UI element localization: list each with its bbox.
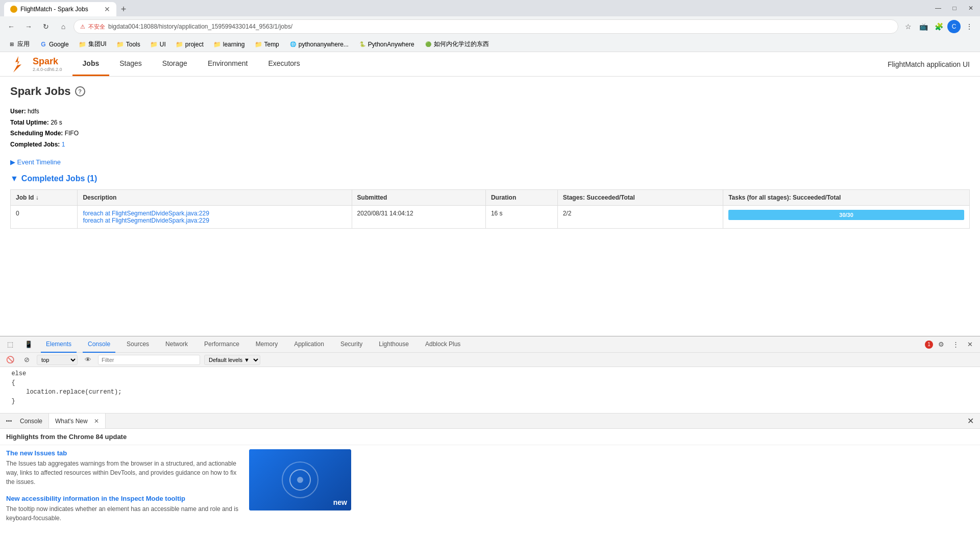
completed-value-link[interactable]: 1 — [62, 141, 65, 148]
event-timeline-link[interactable]: ▶ Event Timeline — [10, 158, 970, 166]
col-stages[interactable]: Stages: Succeeded/Total — [557, 190, 723, 206]
page-title: Spark Jobs ? — [10, 85, 970, 98]
devtools-tab-sources[interactable]: Sources — [121, 336, 154, 353]
profile-btn[interactable]: C — [947, 20, 961, 33]
forward-button[interactable]: → — [21, 19, 36, 34]
code-line-1: else — [4, 369, 976, 378]
preserve-log-btn[interactable]: ⊘ — [20, 354, 33, 366]
close-button[interactable]: ✕ — [966, 3, 976, 13]
bookmark-temp[interactable]: 📁 Temp — [251, 40, 283, 49]
devtools-tab-network[interactable]: Network — [160, 336, 193, 353]
bookmark-apps[interactable]: ⊞ 应用 — [4, 39, 34, 50]
tasks-value: 30/30 — [839, 212, 853, 218]
bookmark-google[interactable]: G Google — [36, 40, 73, 49]
devtools-tab-memory[interactable]: Memory — [251, 336, 283, 353]
col-duration[interactable]: Duration — [485, 190, 557, 206]
tab-bar: 🔸 FlightMatch - Spark Jobs ✕ + — [4, 0, 131, 16]
menu-btn[interactable]: ⋮ — [963, 20, 976, 33]
description-link-2[interactable]: foreach at FlightSegmentDivideSpark.java… — [83, 217, 346, 224]
whatsnew-card-accessibility-title[interactable]: New accessibility information in the Ins… — [6, 495, 239, 502]
tab-storage[interactable]: Storage — [152, 52, 198, 76]
browser-tab[interactable]: 🔸 FlightMatch - Spark Jobs ✕ — [4, 2, 116, 16]
tab-jobs[interactable]: Jobs — [72, 52, 110, 76]
devtools-settings-btn[interactable]: ⚙ — [935, 338, 947, 351]
description-link-1[interactable]: foreach at FlightSegmentDivideSpark.java… — [83, 210, 346, 217]
completed-section-header[interactable]: ▼ Completed Jobs (1) — [10, 174, 970, 183]
clear-console-btn[interactable]: 🚫 — [4, 354, 16, 366]
level-select[interactable]: Default levels ▼ — [204, 355, 260, 365]
context-selector[interactable]: top — [37, 355, 78, 365]
col-submitted[interactable]: Submitted — [352, 190, 485, 206]
video-thumbnail[interactable]: ▶ new — [249, 449, 351, 510]
security-warning-text: 不安全 — [88, 23, 105, 31]
tab-executors[interactable]: Executors — [258, 52, 310, 76]
whatsnew-tab-close-btn[interactable]: ✕ — [94, 418, 99, 425]
bookmark-project[interactable]: 📁 project — [172, 40, 208, 49]
panel-dots-menu[interactable] — [4, 419, 14, 423]
eye-icon[interactable]: 👁 — [82, 354, 94, 366]
refresh-button[interactable]: ↻ — [39, 19, 53, 34]
green-dot-icon: 🟢 — [425, 41, 432, 48]
bookmark-chemistry[interactable]: 🟢 如何内化学过的东西 — [421, 39, 493, 50]
cell-duration: 16 s — [485, 206, 557, 229]
devtools-more-btn[interactable]: ⋮ — [949, 338, 962, 351]
devtools-tab-adblock[interactable]: Adblock Plus — [420, 336, 465, 353]
devtools-tab-security[interactable]: Security — [335, 336, 368, 353]
whatsnew-card-issues: The new Issues tab The Issues tab aggreg… — [6, 449, 239, 487]
tab-stages[interactable]: Stages — [109, 52, 152, 76]
bookmark-pythonanywhere[interactable]: 🌐 pythonanywhere... — [285, 40, 353, 49]
tab-environment[interactable]: Environment — [198, 52, 258, 76]
code-line-2: { — [4, 378, 976, 387]
devtools-tab-application[interactable]: Application — [289, 336, 329, 353]
back-button[interactable]: ← — [4, 19, 18, 34]
bookmark-learning[interactable]: 📁 learning — [210, 40, 249, 49]
spark-version: 2.4.0-cdh6.2.0 — [33, 67, 62, 72]
bookmark-ui[interactable]: 📁 UI — [146, 40, 170, 49]
devtools-toolbar: ⬚ 📱 Elements Console Sources Network Per… — [0, 336, 980, 353]
bookmark-learning-label: learning — [223, 41, 245, 48]
col-job-id[interactable]: Job Id ↓ — [11, 190, 78, 206]
bookmark-tools[interactable]: 📁 Tools — [113, 40, 144, 49]
inspect-element-btn[interactable]: ⬚ — [4, 338, 16, 351]
bottom-panel-close-btn[interactable]: ✕ — [965, 414, 976, 428]
whatsnew-header: Highlights from the Chrome 84 update — [0, 429, 980, 445]
bottom-tab-whatsnew[interactable]: What's New ✕ — [49, 414, 106, 429]
cell-description: foreach at FlightSegmentDivideSpark.java… — [78, 206, 352, 229]
col-description[interactable]: Description — [78, 190, 352, 206]
devtools-tab-elements[interactable]: Elements — [41, 336, 77, 353]
device-toggle-btn[interactable]: 📱 — [22, 338, 35, 351]
bookmark-jituan-ui[interactable]: 📁 集团UI — [75, 39, 111, 50]
maximize-button[interactable]: □ — [949, 3, 960, 13]
error-count-badge: 1 — [925, 341, 933, 349]
spark-app-title: FlightMatch application UI — [888, 52, 980, 76]
tab-close-btn[interactable]: ✕ — [104, 5, 110, 13]
whatsnew-panel: Highlights from the Chrome 84 update The… — [0, 428, 980, 535]
devtools-tab-lighthouse[interactable]: Lighthouse — [374, 336, 414, 353]
home-button[interactable]: ⌂ — [56, 19, 70, 34]
minimize-button[interactable]: — — [933, 3, 943, 13]
screen-cast-btn[interactable]: 📺 — [917, 20, 930, 33]
bookmark-chemistry-label: 如何内化学过的东西 — [434, 40, 489, 48]
col-tasks[interactable]: Tasks (for all stages): Succeeded/Total — [723, 190, 970, 206]
devtools-tab-console[interactable]: Console — [83, 336, 115, 353]
url-bar[interactable]: ⚠ 不安全 bigdata004:18088/history/applicati… — [74, 19, 898, 34]
devtools-close-btn[interactable]: ✕ — [964, 338, 976, 351]
section-title: Completed Jobs (1) — [21, 174, 97, 183]
address-bar: ← → ↻ ⌂ ⚠ 不安全 bigdata004:18088/history/a… — [0, 16, 980, 37]
filter-input[interactable] — [98, 355, 200, 365]
svg-point-3 — [297, 477, 303, 483]
help-icon[interactable]: ? — [75, 86, 85, 96]
title-bar: 🔸 FlightMatch - Spark Jobs ✕ + — □ ✕ — [0, 0, 980, 16]
new-tab-button[interactable]: + — [116, 2, 131, 16]
bookmark-pythonanywhere2[interactable]: 🐍 PythonAnywhere — [355, 40, 419, 49]
bottom-tab-console[interactable]: Console — [14, 414, 49, 429]
uptime-value: 26 s — [51, 119, 62, 126]
bookmark-star-btn[interactable]: ☆ — [901, 20, 915, 33]
video-new-badge: new — [333, 498, 347, 506]
extensions-btn[interactable]: 🧩 — [932, 20, 945, 33]
table-row: 0 foreach at FlightSegmentDivideSpark.ja… — [11, 206, 970, 229]
devtools-tab-performance[interactable]: Performance — [199, 336, 244, 353]
google-icon: G — [40, 41, 47, 48]
whatsnew-card-issues-title[interactable]: The new Issues tab — [6, 449, 239, 457]
code-line-3: location.replace(current); — [4, 387, 976, 397]
